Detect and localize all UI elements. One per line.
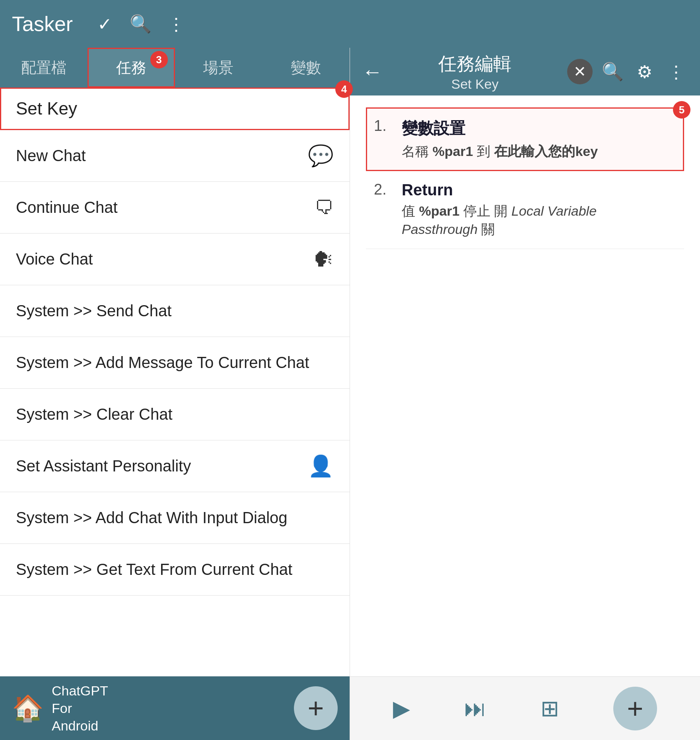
task-item-system-add-chat-dialog[interactable]: System >> Add Chat With Input Dialog bbox=[0, 492, 350, 544]
right-bar-title: 任務編輯 bbox=[438, 52, 511, 76]
task-list: New Chat 💬 Continue Chat 🗨 Voice Chat 🗣 … bbox=[0, 130, 350, 676]
tab-tasks[interactable]: 任務 3 bbox=[88, 48, 175, 88]
tab-scenes[interactable]: 場景 bbox=[175, 48, 262, 88]
steps-area: 1. 變數設置 名稱 %par1 到 在此輸入您的key 5 2. Return bbox=[350, 95, 700, 676]
home-area: 🏠 ChatGPT For Android bbox=[12, 682, 108, 735]
more-icon[interactable]: ⋮ bbox=[164, 12, 188, 36]
right-bar-title-area: 任務編輯 Set Key bbox=[391, 52, 559, 92]
right-app-bar: ← 任務編輯 Set Key ✕ 🔍 ⚙ ⋮ bbox=[350, 48, 700, 95]
bottom-bar-right: ▶ ⏭ ⊞ + bbox=[350, 676, 700, 740]
task-item-system-send-chat[interactable]: System >> Send Chat bbox=[0, 285, 350, 337]
step1-badge: 5 bbox=[673, 101, 690, 119]
settings-icon[interactable]: ⚙ bbox=[632, 60, 656, 84]
tab-profiles[interactable]: 配置檔 bbox=[0, 48, 88, 88]
checkmark-icon[interactable]: ✓ bbox=[93, 12, 117, 36]
tab-variables[interactable]: 變數 bbox=[262, 48, 350, 88]
tab-tasks-badge: 3 bbox=[150, 51, 168, 68]
step1[interactable]: 1. 變數設置 名稱 %par1 到 在此輸入您的key bbox=[366, 107, 684, 171]
close-button[interactable]: ✕ bbox=[567, 59, 593, 84]
add-step-button[interactable]: + bbox=[613, 687, 657, 730]
step1-wrapper: 1. 變數設置 名稱 %par1 到 在此輸入您的key 5 bbox=[366, 107, 684, 171]
set-key-header: Set Key 4 bbox=[0, 88, 350, 130]
left-panel: 配置檔 任務 3 場景 變數 Set Key 4 New Chat 💬 bbox=[0, 48, 350, 740]
home-icon[interactable]: 🏠 bbox=[12, 693, 44, 723]
search-icon[interactable]: 🔍 bbox=[128, 12, 152, 36]
search-right-icon[interactable]: 🔍 bbox=[601, 60, 624, 84]
back-button[interactable]: ← bbox=[362, 60, 383, 84]
voice-icon: 🗣 bbox=[313, 247, 334, 271]
app-title: Tasker bbox=[12, 12, 73, 36]
play-icon[interactable]: ▶ bbox=[393, 695, 410, 721]
app-bar-icons: ✓ 🔍 ⋮ bbox=[93, 12, 188, 36]
main-content: 配置檔 任務 3 場景 變數 Set Key 4 New Chat 💬 bbox=[0, 48, 700, 740]
task-item-continue-chat[interactable]: Continue Chat 🗨 bbox=[0, 182, 350, 234]
step2-content: Return 值 %par1 停止 開 Local Variable Passt… bbox=[402, 181, 676, 239]
app-bar-left: Tasker ✓ 🔍 ⋮ bbox=[12, 12, 188, 36]
task-item-system-add-msg[interactable]: System >> Add Message To Current Chat bbox=[0, 337, 350, 389]
task-item-new-chat[interactable]: New Chat 💬 bbox=[0, 130, 350, 182]
task-item-voice-chat[interactable]: Voice Chat 🗣 bbox=[0, 234, 350, 285]
task-item-system-clear-chat[interactable]: System >> Clear Chat bbox=[0, 389, 350, 440]
app-bar: Tasker ✓ 🔍 ⋮ bbox=[0, 0, 700, 48]
grid-icon[interactable]: ⊞ bbox=[541, 695, 559, 721]
right-panel: ← 任務編輯 Set Key ✕ 🔍 ⚙ ⋮ 1. 變數設置 bbox=[350, 48, 700, 740]
skip-next-icon[interactable]: ⏭ bbox=[464, 695, 486, 721]
right-bar-subtitle: Set Key bbox=[451, 76, 498, 92]
task-item-set-assistant-personality[interactable]: Set Assistant Personality 👤 bbox=[0, 440, 350, 492]
more-right-icon[interactable]: ⋮ bbox=[664, 60, 688, 84]
step2[interactable]: 2. Return 值 %par1 停止 開 Local Variable Pa… bbox=[366, 171, 684, 249]
app-info: ChatGPT For Android bbox=[52, 682, 108, 735]
bottom-bar-left: 🏠 ChatGPT For Android + bbox=[0, 676, 350, 740]
task-item-system-get-text[interactable]: System >> Get Text From Current Chat bbox=[0, 544, 350, 596]
chat-bubble-icon: 💬 bbox=[308, 144, 334, 168]
person-icon: 👤 bbox=[308, 454, 334, 478]
set-key-badge: 4 bbox=[335, 80, 353, 98]
add-task-button[interactable]: + bbox=[294, 686, 338, 730]
chat-lines-icon: 🗨 bbox=[315, 197, 334, 218]
step1-content: 變數設置 名稱 %par1 到 在此輸入您的key bbox=[402, 117, 676, 161]
right-bar-icons: ✕ 🔍 ⚙ ⋮ bbox=[567, 59, 688, 84]
tab-bar: 配置檔 任務 3 場景 變數 bbox=[0, 48, 350, 88]
